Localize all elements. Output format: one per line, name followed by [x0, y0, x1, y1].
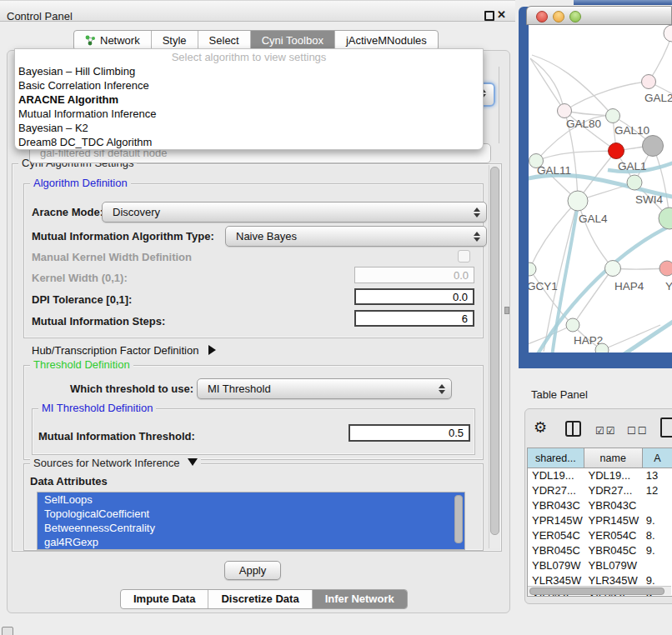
minimize-traffic-light-icon[interactable] [553, 11, 564, 22]
column-header-shared-name[interactable]: shared... [528, 448, 584, 468]
close-traffic-light-icon[interactable] [536, 11, 548, 22]
table-row[interactable]: YBR043CYBR043C [528, 498, 672, 513]
hub-definition-toggle[interactable]: Hub/Transcription Factor Definition [32, 344, 216, 357]
network-node-gcy1[interactable] [529, 262, 536, 276]
network-canvas[interactable]: GAL2GAL80GAL10GAL1GAL11SWI4GAL4GCY1HAP4Y… [529, 25, 672, 352]
column-header-partial[interactable]: A [643, 448, 672, 468]
network-edge[interactable] [532, 55, 613, 116]
deselect-all-icon[interactable]: ☐☐ [627, 425, 649, 437]
mi-threshold-field[interactable] [349, 424, 470, 442]
network-node-gal2[interactable] [642, 75, 656, 89]
tab-infer-network[interactable]: Infer Network [312, 590, 407, 608]
network-node[interactable] [595, 343, 609, 352]
table-row[interactable]: YER054CYER054C8. [528, 528, 672, 543]
group-border-fragment [499, 67, 499, 143]
network-node-gal4[interactable] [568, 191, 588, 211]
network-node-gal1[interactable] [609, 143, 624, 159]
data-attribute-item[interactable]: TopologicalCoefficient [38, 507, 464, 521]
tab-style[interactable]: Style [151, 31, 198, 50]
tab-impute-data[interactable]: Impute Data [121, 590, 208, 608]
tab-cyni-toolbox[interactable]: Cyni Toolbox [250, 31, 334, 50]
table-cell: YBL079W [528, 558, 584, 573]
network-node-hap4[interactable] [605, 261, 621, 277]
table-row[interactable]: YPR145WYPR145W9. [528, 513, 672, 528]
float-window-icon[interactable] [484, 11, 494, 21]
table-row[interactable]: YBL079WYBL079W [528, 558, 672, 573]
bottom-tabs: Impute Data Discretize Data Infer Networ… [120, 589, 408, 609]
algorithm-option[interactable]: Dream8 DC_TDC Algorithm [15, 135, 483, 149]
network-edge[interactable] [578, 201, 613, 268]
table-row[interactable]: YDL19...YDL19...13 [528, 468, 672, 483]
network-edge[interactable] [536, 151, 616, 161]
document-icon[interactable] [660, 418, 672, 438]
zoom-traffic-light-icon[interactable] [569, 11, 581, 22]
network-node-gal10[interactable] [606, 109, 620, 123]
algorithm-option[interactable]: Bayesian – Hill Climbing [15, 64, 483, 78]
kernel-width-field[interactable] [354, 267, 474, 283]
network-node-label: GCY1 [529, 280, 558, 292]
tab-network[interactable]: Network [74, 31, 151, 50]
table-cell: 12 [643, 483, 672, 498]
network-node-gal80[interactable] [558, 104, 572, 118]
algorithm-option[interactable]: Basic Correlation Inference [15, 78, 483, 92]
network-window-titlebar[interactable] [526, 6, 672, 25]
network-node-swi4[interactable] [659, 208, 672, 229]
table-cell: YBR043C [584, 498, 643, 513]
network-edge[interactable] [564, 82, 649, 111]
tab-discretize-data[interactable]: Discretize Data [208, 590, 311, 608]
table-row[interactable]: YBR045CYBR045C9. [528, 543, 672, 558]
table-hscrollbar-track[interactable] [528, 586, 671, 595]
table-cell [643, 558, 672, 573]
combo-arrows-icon [469, 208, 484, 218]
tab-select[interactable]: Select [198, 31, 250, 50]
expanded-arrow-icon [188, 458, 198, 466]
select-all-icon[interactable]: ☑☑ [595, 425, 617, 437]
table-row[interactable]: YDR27...YDR27...12 [528, 483, 672, 498]
data-attribute-item[interactable]: BetweennessCentrality [38, 521, 464, 535]
algorithm-definition-title: Algorithm Definition [30, 178, 131, 189]
tab-jactivemnodules[interactable]: jActiveMNodules [334, 31, 438, 50]
network-edge[interactable] [530, 58, 564, 111]
aracne-mode-combobox[interactable]: Discovery [102, 202, 487, 222]
network-edge-highlighted[interactable] [620, 317, 672, 352]
data-attribute-item[interactable]: gal4RGexp [38, 535, 464, 549]
mi-type-combobox[interactable]: Naive Bayes [225, 226, 487, 247]
dropdown-hint: Select algorithm to view settings [15, 51, 483, 64]
network-node-y[interactable] [659, 261, 672, 276]
table-cell: YDL19... [528, 468, 584, 483]
which-threshold-combobox[interactable]: MI Threshold [197, 378, 452, 399]
combo-arrows-icon [434, 384, 449, 394]
gear-icon[interactable]: ⚙ [534, 420, 547, 435]
network-node[interactable] [664, 25, 672, 42]
data-attributes-list[interactable]: SelfLoopsTopologicalCoefficientBetweenne… [37, 492, 465, 550]
manual-kernel-checkbox[interactable] [458, 250, 470, 262]
mi-steps-label: Mutual Information Steps: [32, 315, 165, 328]
algorithm-option[interactable]: ARACNE Algorithm [15, 92, 483, 107]
list-scrollbar-thumb[interactable] [454, 495, 463, 543]
close-icon[interactable]: ✕ [497, 8, 506, 21]
table-cell: YBR043C [528, 498, 584, 513]
network-edge[interactable] [529, 201, 578, 269]
algorithm-option[interactable]: Mutual Information Inference [15, 107, 483, 121]
network-node[interactable] [643, 136, 664, 157]
column-header-name[interactable]: name [584, 448, 643, 468]
data-attribute-item[interactable]: SelfLoops [38, 492, 464, 507]
table-cell: YER054C [584, 528, 643, 543]
docked-panel-icon[interactable] [2, 627, 13, 635]
settings-scrollbar-thumb[interactable] [490, 167, 499, 535]
settings-scrollbar-track[interactable] [489, 165, 500, 548]
mi-steps-field[interactable] [354, 310, 474, 327]
network-node[interactable] [627, 175, 642, 190]
dpi-tolerance-field[interactable] [354, 288, 474, 305]
network-node-hap2[interactable] [566, 318, 579, 332]
algorithm-option[interactable]: Bayesian – K2 [15, 121, 483, 135]
node-table[interactable]: shared... name A YDL19...YDL19...13YDR27… [527, 448, 672, 597]
table-hscrollbar-thumb[interactable] [529, 588, 664, 595]
apply-button[interactable]: Apply [224, 561, 281, 580]
network-node-label: GAL4 [579, 212, 608, 225]
combo-arrows-icon [469, 232, 484, 242]
columns-icon[interactable] [565, 421, 581, 437]
data-attributes-label: Data Attributes [30, 475, 108, 488]
sources-group-title[interactable]: Sources for Network Inference [30, 458, 201, 469]
split-pane-handle[interactable] [504, 307, 509, 314]
